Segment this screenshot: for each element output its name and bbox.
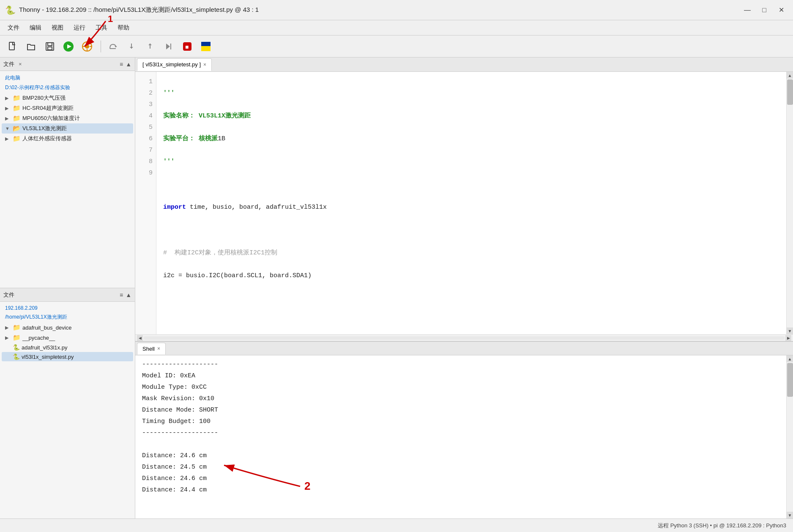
shell-line: Module Type: 0xCC: [142, 384, 207, 391]
shell-tab-close[interactable]: ×: [157, 346, 160, 352]
save-button[interactable]: [41, 38, 58, 55]
svg-marker-19: [148, 44, 152, 45]
editor-tab-simpletest[interactable]: [ vl53l1x_simpletest.py ] ×: [137, 58, 212, 71]
code-content[interactable]: ''' 实验名称： VL53L1X激光测距 实验平台： 核桃派1B ''' im…: [156, 72, 786, 334]
shell-line-distance4: Distance: 24.4 cm: [142, 486, 207, 494]
panel-scroll-up-icon[interactable]: ▲: [126, 61, 131, 68]
shell-scroll-thumb[interactable]: [787, 363, 793, 397]
panel-menu-icon[interactable]: ≡: [120, 61, 123, 68]
shell-area: Shell × -------------------- Model ID: 0…: [135, 341, 793, 518]
folder-icon: 📁: [13, 334, 21, 341]
shell-scroll-up-arrow[interactable]: ▲: [787, 355, 793, 362]
title-bar-left: 🐍 Thonny - 192.168.2.209 :: /home/pi/VL5…: [5, 5, 259, 15]
h-scroll-right-arrow[interactable]: ▶: [785, 335, 791, 341]
file-panel-title: 文件 ×: [3, 60, 24, 68]
shell-line-distance3: Distance: 24.6 cm: [142, 475, 207, 482]
shell-content[interactable]: -------------------- Model ID: 0xEA Modu…: [135, 355, 786, 518]
remote-breadcrumb2[interactable]: /home/pi/VL53L1X激光测距: [2, 313, 133, 322]
menu-file[interactable]: 文件: [3, 22, 24, 33]
folder-icon: 📁: [13, 324, 21, 331]
tree-item-bmp280[interactable]: ▶ 📁 BMP280大气压强: [2, 93, 133, 103]
maximize-button[interactable]: □: [757, 4, 771, 16]
editor-right-scrollbar[interactable]: ▲ ▼: [786, 72, 793, 334]
line-numbers: 1 2 3 4 5 6 7 8 9: [135, 72, 156, 334]
python-icon: 🐍: [13, 344, 20, 351]
tree-item-adafruit-bus[interactable]: ▶ 📁 adafruit_bus_device: [2, 322, 133, 333]
shell-scroll-track[interactable]: [787, 362, 793, 512]
folder-icon: 📁: [13, 115, 21, 122]
menu-bar: 文件 编辑 视图 运行 工具 帮助: [0, 20, 793, 35]
shell-right-scrollbar[interactable]: ▲ ▼: [786, 355, 793, 518]
tree-item-label: BMP280大气压强: [22, 94, 66, 102]
code-editor[interactable]: 1 2 3 4 5 6 7 8 9 ''' 实验名称： VL53L1X激光测距 …: [135, 72, 786, 334]
h-scroll-left-arrow[interactable]: ◀: [137, 335, 143, 341]
scroll-down-arrow[interactable]: ▼: [787, 327, 793, 334]
h-scroll-track[interactable]: [144, 336, 785, 340]
shell-line: --------------------: [142, 429, 218, 437]
file-tree-section: 此电脑 D:\02-示例程序\2.传感器实验 ▶ 📁 BMP280大气压强 ▶ …: [0, 71, 135, 146]
resume-button[interactable]: [160, 38, 177, 55]
step-out-button[interactable]: [142, 38, 159, 55]
expand-icon: ▶: [5, 136, 11, 142]
file-panel-label: 文件: [3, 60, 14, 68]
stop-button[interactable]: ■: [179, 38, 196, 55]
remote-panel-menu-icon[interactable]: ≡: [120, 292, 123, 298]
right-area: [ vl53l1x_simpletest.py ] × 1 2 3 4 5 6 …: [135, 57, 793, 518]
flag-button[interactable]: [197, 38, 214, 55]
shell-scroll-down-arrow[interactable]: ▼: [787, 512, 793, 518]
tree-item-pir[interactable]: ▶ 📁 人体红外感应传感器: [2, 134, 133, 144]
menu-tools[interactable]: 工具: [91, 22, 112, 33]
shell-tab[interactable]: Shell ×: [137, 343, 166, 355]
tree-item-label: 人体红外感应传感器: [22, 135, 72, 142]
remote-panel-label: 文件: [3, 291, 14, 299]
editor-tab-close[interactable]: ×: [203, 62, 206, 68]
toolbar: 1 ■: [0, 35, 793, 57]
toolbar-sep1: [101, 41, 101, 52]
svg-text:■: ■: [185, 44, 189, 50]
shell-tab-label: Shell: [142, 346, 155, 352]
tree-item-adafruit-vl53l1x-py[interactable]: 🐍 adafruit_vl53l1x.py: [2, 343, 133, 352]
remote-breadcrumb1[interactable]: 192.168.2.209: [2, 304, 133, 313]
menu-help[interactable]: 帮助: [113, 22, 134, 33]
run-button[interactable]: [60, 38, 77, 55]
close-button[interactable]: ✕: [774, 4, 788, 16]
menu-edit[interactable]: 编辑: [25, 22, 46, 33]
title-bar-controls: — □ ✕: [741, 4, 788, 16]
scroll-up-arrow[interactable]: ▲: [787, 72, 793, 79]
tree-item-pycache[interactable]: ▶ 📁 __pycache__: [2, 333, 133, 343]
tree-item-simpletest-py[interactable]: 🐍 vl53l1x_simpletest.py: [2, 352, 133, 361]
editor-area: [ vl53l1x_simpletest.py ] × 1 2 3 4 5 6 …: [135, 57, 793, 341]
tree-item-hcsr04[interactable]: ▶ 📁 HC-SR04超声波测距: [2, 103, 133, 113]
svg-marker-20: [166, 44, 170, 49]
folder-icon: 📁: [13, 104, 21, 112]
new-button[interactable]: [4, 38, 21, 55]
svg-point-7: [85, 44, 89, 49]
local-breadcrumb1[interactable]: 此电脑: [2, 74, 133, 83]
minimize-button[interactable]: —: [741, 4, 754, 16]
editor-h-scrollbar: ◀ ▶: [135, 334, 793, 341]
debug-button[interactable]: [79, 38, 96, 55]
step-into-button[interactable]: [123, 38, 140, 55]
tree-item-label: VL53L1X激光测距: [22, 125, 67, 132]
menu-run[interactable]: 运行: [69, 22, 90, 33]
open-button[interactable]: [23, 38, 40, 55]
file-panel-header: 文件 × ≡ ▲: [0, 57, 135, 71]
step-over-button[interactable]: [104, 38, 121, 55]
svg-rect-25: [201, 46, 211, 51]
remote-tree-section: 192.168.2.209 /home/pi/VL53L1X激光测距 ▶ 📁 a…: [0, 302, 135, 364]
file-panel-close-btn[interactable]: ×: [17, 61, 24, 67]
shell-line: Model ID: 0xEA: [142, 372, 195, 379]
editor-tab-bar: [ vl53l1x_simpletest.py ] ×: [135, 57, 793, 72]
local-breadcrumb2[interactable]: D:\02-示例程序\2.传感器实验: [2, 83, 133, 93]
tree-item-label: adafruit_bus_device: [22, 325, 71, 331]
tree-item-vl53l1x[interactable]: ▼ 📂 VL53L1X激光测距: [2, 123, 133, 134]
main-area: 文件 × ≡ ▲ 此电脑 D:\02-示例程序\2.传感器实验 ▶ 📁 BMP2…: [0, 57, 793, 518]
scroll-track[interactable]: [787, 79, 793, 327]
folder-icon: 📁: [13, 94, 21, 102]
menu-view[interactable]: 视图: [47, 22, 68, 33]
scroll-thumb[interactable]: [787, 79, 793, 105]
remote-panel-scroll-up-icon[interactable]: ▲: [126, 292, 131, 298]
tree-item-mpu6050[interactable]: ▶ 📁 MPU6050六轴加速度计: [2, 113, 133, 123]
expand-icon: ▼: [5, 126, 11, 131]
expand-icon: ▶: [5, 116, 11, 121]
